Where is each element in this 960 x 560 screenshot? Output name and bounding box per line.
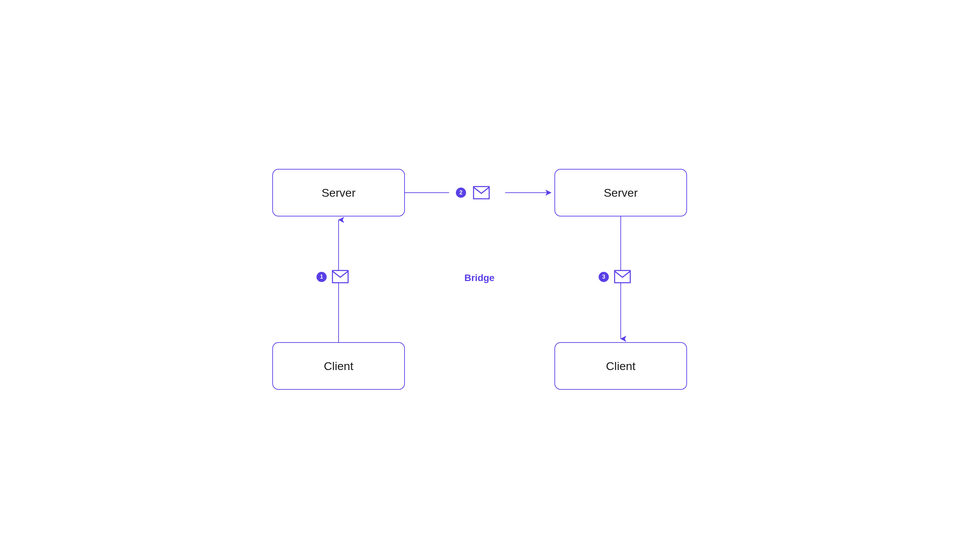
svg-rect-4 <box>333 271 348 283</box>
node-server-left: Server <box>272 169 405 217</box>
diagram-canvas: Server Server Client Client Bridge <box>240 140 720 420</box>
step-badge-2: 2 <box>456 188 466 198</box>
step-badge-3: 3 <box>598 272 609 282</box>
envelope-icon <box>473 186 490 199</box>
step-badge-1: 1 <box>317 272 327 282</box>
arrow-server-to-server-segment-left <box>405 192 449 193</box>
arrow-server-to-server-segment-right <box>505 192 554 193</box>
node-client-right: Client <box>554 342 687 390</box>
node-label-server-left: Server <box>322 186 355 199</box>
bridge-label: Bridge <box>464 273 494 283</box>
node-client-left: Client <box>272 342 405 390</box>
envelope-icon <box>332 270 349 283</box>
svg-rect-5 <box>474 187 489 199</box>
node-server-right: Server <box>554 169 687 217</box>
node-label-client-right: Client <box>606 359 636 373</box>
node-label-server-right: Server <box>604 186 638 199</box>
svg-rect-6 <box>614 271 630 283</box>
node-label-client-left: Client <box>324 359 354 373</box>
envelope-icon <box>614 270 631 283</box>
